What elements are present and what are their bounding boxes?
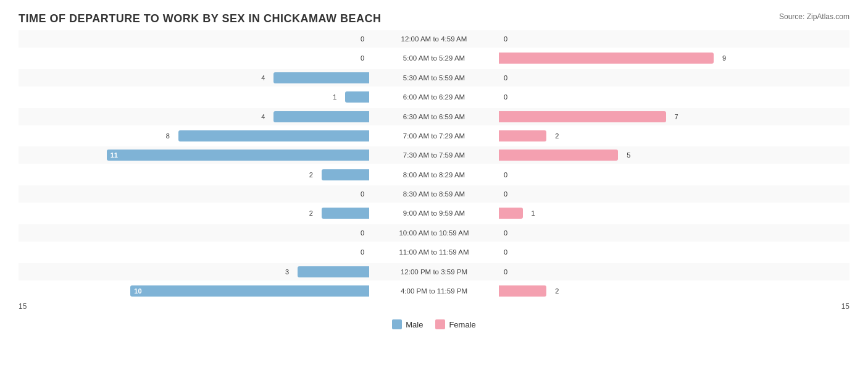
time-label: 6:00 AM to 6:29 AM: [369, 93, 499, 101]
time-label: 8:00 AM to 8:29 AM: [369, 171, 499, 179]
legend-male: Male: [392, 319, 423, 329]
bar-female: 1: [499, 208, 523, 219]
female-value-zero: 0: [504, 268, 507, 276]
bar-male: 3: [298, 266, 369, 277]
bar-male: 8: [178, 130, 369, 141]
male-value: 3: [285, 268, 289, 276]
female-bar-wrapper: 1: [499, 208, 523, 219]
table-row: 117:30 AM to 7:59 AM5: [19, 146, 849, 164]
table-row: 45:30 AM to 5:59 AM0: [19, 69, 849, 86]
table-row: 28:00 AM to 8:29 AM0: [19, 166, 849, 184]
rows-container: 012:00 AM to 4:59 AM005:00 AM to 5:29 AM…: [19, 30, 849, 300]
female-value-zero: 0: [504, 190, 507, 198]
female-value: 7: [675, 113, 678, 120]
female-value-zero: 0: [504, 229, 507, 237]
female-value: 2: [555, 132, 559, 140]
table-row: 010:00 AM to 10:59 AM0: [19, 224, 849, 242]
table-row: 46:30 AM to 6:59 AM7: [19, 108, 849, 125]
time-label: 12:00 PM to 3:59 PM: [369, 268, 499, 276]
bar-female: 7: [499, 111, 666, 122]
male-value: 1: [333, 93, 336, 101]
bar-male: 10: [130, 285, 369, 297]
male-value-zero: 0: [361, 248, 364, 256]
female-value: 2: [555, 287, 559, 295]
bar-male: 4: [273, 111, 369, 122]
female-bar-wrapper: 9: [499, 53, 714, 64]
male-value-zero: 0: [361, 229, 364, 237]
time-label: 4:00 PM to 11:59 PM: [369, 287, 499, 295]
time-label: 7:00 AM to 7:29 AM: [369, 132, 499, 140]
male-value-inside: 11: [111, 151, 118, 159]
source-text: Source: ZipAtlas.com: [779, 12, 849, 21]
male-bar-wrapper: 4: [273, 72, 369, 83]
male-bar-wrapper: 8: [178, 130, 369, 141]
chart-container: TIME OF DEPARTURE TO WORK BY SEX IN CHIC…: [0, 0, 868, 367]
female-value-zero: 0: [504, 93, 507, 101]
female-value-zero: 0: [504, 74, 507, 82]
male-bar-wrapper: 3: [298, 266, 369, 277]
male-value-zero: 0: [361, 35, 364, 43]
male-value: 2: [309, 171, 313, 179]
female-value-zero: 0: [504, 248, 507, 256]
chart-title: TIME OF DEPARTURE TO WORK BY SEX IN CHIC…: [19, 12, 849, 25]
table-row: 011:00 AM to 11:59 AM0: [19, 243, 849, 261]
time-label: 6:30 AM to 6:59 AM: [369, 113, 499, 120]
male-value: 2: [309, 209, 313, 217]
bar-male: 2: [322, 208, 369, 219]
time-label: 7:30 AM to 7:59 AM: [369, 151, 499, 159]
table-row: 05:00 AM to 5:29 AM9: [19, 49, 849, 67]
female-value-zero: 0: [504, 35, 507, 43]
female-value: 9: [722, 54, 726, 62]
time-label: 8:30 AM to 8:59 AM: [369, 190, 499, 198]
male-bar-wrapper: 10: [130, 285, 369, 297]
axis-right: 15: [841, 302, 849, 311]
legend: Male Female: [19, 319, 849, 329]
bar-male: 2: [322, 169, 369, 180]
time-label: 12:00 AM to 4:59 AM: [369, 35, 499, 43]
bar-female: 2: [499, 130, 546, 141]
female-bar-wrapper: 7: [499, 111, 666, 122]
male-value-zero: 0: [361, 54, 364, 62]
bar-male: 1: [345, 91, 369, 103]
legend-male-label: Male: [406, 320, 423, 329]
male-value-inside: 10: [134, 287, 141, 295]
female-bar-wrapper: 2: [499, 130, 546, 141]
female-value: 5: [627, 151, 630, 159]
female-bar-wrapper: 5: [499, 150, 618, 161]
male-bar-wrapper: 4: [273, 111, 369, 122]
time-label: 11:00 AM to 11:59 AM: [369, 248, 499, 256]
axis-row: 1515: [19, 300, 849, 311]
bar-male: 11: [107, 150, 369, 161]
male-bar-wrapper: 11: [107, 150, 369, 161]
male-bar-wrapper: 2: [322, 169, 369, 180]
male-bar-wrapper: 1: [345, 91, 369, 103]
table-row: 29:00 AM to 9:59 AM1: [19, 205, 849, 222]
bar-female: 9: [499, 53, 714, 64]
male-value-zero: 0: [361, 190, 364, 198]
legend-female-label: Female: [449, 320, 475, 329]
bar-female: 5: [499, 150, 618, 161]
legend-female: Female: [435, 319, 475, 329]
female-value-zero: 0: [504, 171, 507, 179]
female-bar-wrapper: 2: [499, 285, 546, 297]
male-value: 4: [261, 74, 265, 82]
male-value: 8: [166, 132, 170, 140]
time-label: 10:00 AM to 10:59 AM: [369, 229, 499, 237]
male-bar-wrapper: 2: [322, 208, 369, 219]
table-row: 16:00 AM to 6:29 AM0: [19, 88, 849, 106]
table-row: 104:00 PM to 11:59 PM2: [19, 282, 849, 300]
female-value: 1: [532, 209, 535, 217]
table-row: 08:30 AM to 8:59 AM0: [19, 185, 849, 203]
legend-female-box: [435, 319, 445, 329]
time-label: 5:30 AM to 5:59 AM: [369, 74, 499, 82]
table-row: 312:00 PM to 3:59 PM0: [19, 263, 849, 281]
time-label: 5:00 AM to 5:29 AM: [369, 54, 499, 62]
time-label: 9:00 AM to 9:59 AM: [369, 209, 499, 217]
legend-male-box: [392, 319, 402, 329]
chart-area: 012:00 AM to 4:59 AM005:00 AM to 5:29 AM…: [19, 30, 849, 317]
male-value: 4: [261, 113, 265, 120]
bar-male: 4: [273, 72, 369, 83]
table-row: 87:00 AM to 7:29 AM2: [19, 127, 849, 145]
bar-female: 2: [499, 285, 546, 297]
axis-left: 15: [19, 302, 27, 311]
